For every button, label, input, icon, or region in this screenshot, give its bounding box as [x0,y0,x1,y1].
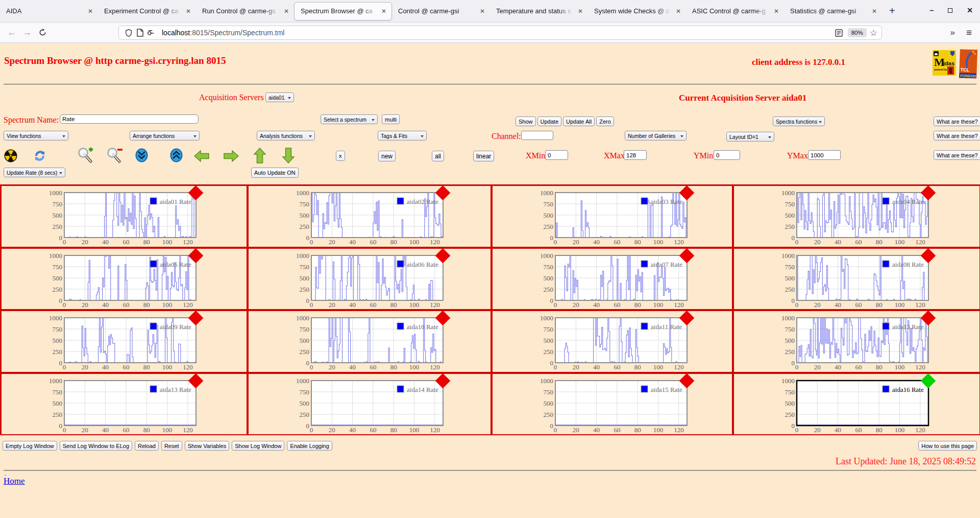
gallery-cell-13[interactable]: 02505007501000020406080100120 aida13 Rat… [1,373,248,436]
tab-close-icon[interactable]: ✕ [480,8,485,15]
spectrum-plot[interactable]: 02505007501000020406080100120 aida09 Rat… [44,314,200,372]
tab-close-icon[interactable]: ✕ [774,8,779,15]
footer-button-reload[interactable]: Reload [135,441,159,451]
shield-icon[interactable] [123,27,134,38]
gallery-cell-9[interactable]: 02505007501000020406080100120 aida09 Rat… [1,310,248,373]
zero-button[interactable]: Zero [596,116,614,126]
gallery-cell-12[interactable]: 02505007501000020406080100120 aida12 Rat… [733,310,980,373]
browser-tab-5[interactable]: Control @ carme-gsi✕ [392,2,490,20]
gallery-cell-11[interactable]: 02505007501000020406080100120 aida11 Rat… [492,310,733,373]
spectrum-plot[interactable]: 02505007501000020406080100120 aida16 Rat… [776,377,933,435]
number-of-galleries-dropdown[interactable]: Number of Galleries [625,131,687,140]
spectrum-plot[interactable]: 02505007501000020406080100120 aida05 Rat… [44,252,200,310]
ymin-input[interactable] [714,150,740,160]
gallery-cell-2[interactable]: 02505007501000020406080100120 aida02 Rat… [248,185,492,248]
update-button[interactable]: Update [537,116,561,126]
spectrum-plot[interactable]: 02505007501000020406080100120 aida12 Rat… [776,314,933,372]
xmax-input[interactable] [624,150,647,160]
spectrum-plot[interactable]: 02505007501000020406080100120 aida07 Rat… [535,252,691,310]
spectrum-plot[interactable]: 02505007501000020406080100120 aida04 Rat… [776,189,933,247]
footer-button-enable-logging[interactable]: Enable Logging [287,441,332,451]
gallery-cell-5[interactable]: 02505007501000020406080100120 aida05 Rat… [1,248,248,311]
zoom-in-icon[interactable] [78,148,94,166]
xmin-input[interactable] [545,150,568,160]
move-down-icon[interactable] [135,148,149,164]
reload-button[interactable] [35,27,50,39]
gallery-cell-7[interactable]: 02505007501000020406080100120 aida07 Rat… [492,248,733,311]
browser-tab-1[interactable]: AIDA✕ [0,2,98,20]
spectrum-plot[interactable]: 02505007501000020406080100120 aida03 Rat… [535,189,691,247]
gallery-cell-14[interactable]: 02505007501000020406080100120 aida14 Rat… [248,373,492,436]
footer-button-reset[interactable]: Reset [161,441,182,451]
footer-button-show-variables[interactable]: Show Variables [185,441,230,451]
how-to-use-button[interactable]: How to use this page [918,441,977,451]
what-are-these-button-2[interactable]: What are these? [934,131,980,140]
zoom-level-indicator[interactable]: 80% [848,28,867,37]
arrow-down-icon[interactable] [282,148,295,166]
spectrum-plot[interactable]: 02505007501000020406080100120 aida08 Rat… [776,252,933,310]
gallery-cell-6[interactable]: 02505007501000020406080100120 aida06 Rat… [248,248,492,311]
browser-tab-6[interactable]: Temperature and status s✕ [490,2,588,20]
tab-close-icon[interactable]: ✕ [284,8,289,15]
arrow-right-icon[interactable] [224,150,239,164]
tab-close-icon[interactable]: ✕ [578,8,583,15]
what-are-these-button-1[interactable]: What are these? [934,116,980,126]
analysis-functions-dropdown[interactable]: Analysis functions [257,131,315,140]
url-bar[interactable]: localhost:8015/Spectrum/Spectrum.tml 80%… [118,26,882,40]
gallery-cell-16[interactable]: 02505007501000020406080100120 aida16 Rat… [733,373,980,436]
spectrum-plot[interactable]: 02505007501000020406080100120 aida02 Rat… [291,189,447,247]
browser-tab-4[interactable]: Spectrum Browser @ ca✕ [294,2,392,20]
spectrum-plot[interactable]: 02505007501000020406080100120 aida13 Rat… [44,377,200,435]
browser-tab-2[interactable]: Experiment Control @ ca✕ [98,2,196,20]
back-button[interactable]: ← [4,27,19,38]
what-are-these-button-3[interactable]: What are these? [934,150,980,160]
gallery-cell-4[interactable]: 02505007501000020406080100120 aida04 Rat… [733,185,980,248]
tab-close-icon[interactable]: ✕ [186,8,191,15]
zoom-out-icon[interactable] [107,148,124,166]
footer-button-send-log-window-to-elog[interactable]: Send Log Window to ELog [60,441,132,451]
browser-tab-3[interactable]: Run Control @ carme-gs✕ [196,2,294,20]
page-info-icon[interactable] [134,27,145,38]
spectrum-name-input[interactable] [60,114,199,124]
connection-icon[interactable] [145,27,157,38]
view-functions-dropdown[interactable]: View functions [4,131,68,140]
bookmark-star-icon[interactable]: ☆ [870,28,877,38]
overflow-menu-icon[interactable]: » [950,28,954,38]
spectrum-plot[interactable]: 02505007501000020406080100120 aida14 Rat… [291,377,447,435]
hamburger-menu-icon[interactable]: ≡ [966,27,972,38]
tab-close-icon[interactable]: ✕ [381,8,386,15]
auto-update-button[interactable]: Auto Update ON [251,168,299,178]
arrow-up-icon[interactable] [254,148,266,166]
gallery-cell-3[interactable]: 02505007501000020406080100120 aida03 Rat… [492,185,733,248]
show-button[interactable]: Show [516,116,536,126]
spectrum-plot[interactable]: 02505007501000020406080100120 aida11 Rat… [535,314,691,372]
arrow-left-icon[interactable] [194,150,209,164]
tab-close-icon[interactable]: ✕ [88,8,93,15]
spectra-functions-dropdown[interactable]: Spectra functions [773,116,825,126]
browser-tab-9[interactable]: Statistics @ carme-gsi✕ [784,2,882,20]
browser-tab-8[interactable]: ASIC Control @ carme-g✕ [686,2,784,20]
reader-mode-icon[interactable] [834,27,845,38]
footer-button-show-log-window[interactable]: Show Log Window [232,441,284,451]
tags-fits-dropdown[interactable]: Tags & Fits [378,131,427,140]
browser-tab-7[interactable]: System wide Checks @ c✕ [588,2,686,20]
gallery-cell-15[interactable]: 02505007501000020406080100120 aida15 Rat… [492,373,733,436]
minimize-button[interactable]: – [929,6,934,14]
acquisition-server-select[interactable]: aida01 [265,92,294,102]
spectrum-plot[interactable]: 02505007501000020406080100120 aida10 Rat… [291,314,447,372]
channel-input[interactable] [521,131,553,140]
home-link[interactable]: Home [4,476,25,486]
all-button[interactable]: all [432,151,444,161]
close-window-button[interactable]: ✕ [967,6,973,14]
gallery-cell-1[interactable]: 02505007501000020406080100120 aida01 Rat… [1,185,248,248]
new-tab-button[interactable]: + [889,5,895,17]
x-button[interactable]: x [336,151,345,161]
maximize-button[interactable] [948,8,952,13]
update-all-button[interactable]: Update All [563,116,595,126]
tab-close-icon[interactable]: ✕ [872,8,877,15]
gallery-cell-10[interactable]: 02505007501000020406080100120 aida10 Rat… [248,310,492,373]
spectrum-plot[interactable]: 02505007501000020406080100120 aida15 Rat… [535,377,691,435]
multi-button[interactable]: multi [382,114,400,124]
footer-button-empty-log-window[interactable]: Empty Log Window [3,441,57,451]
linear-button[interactable]: linear [473,151,494,161]
